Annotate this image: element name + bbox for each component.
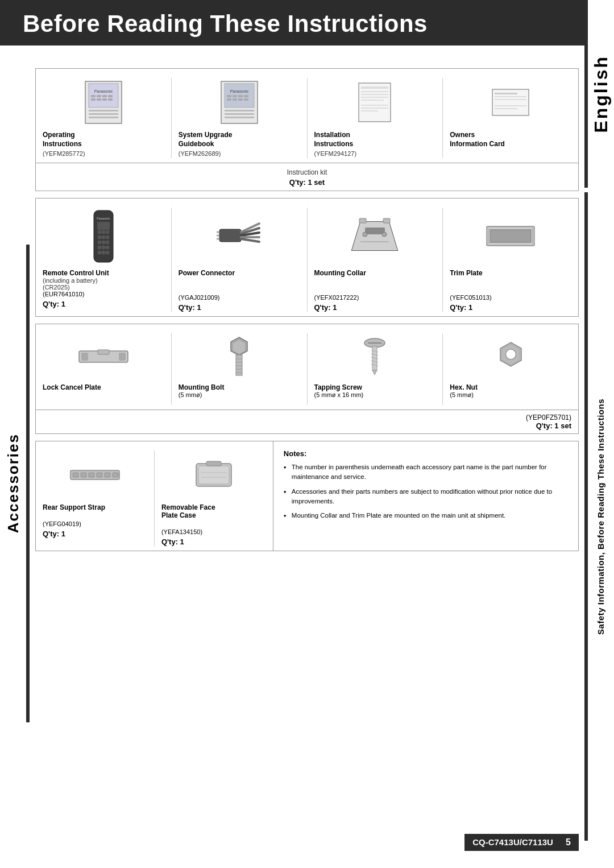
item-system-upgrade: Panasonic System UpgradeGuide [172,78,308,158]
remote-control-name: Remote Control Unit [43,269,164,277]
svg-point-55 [97,245,101,249]
svg-rect-109 [89,473,94,477]
hex-nut-code [450,398,571,405]
mounting-collar-icon [349,216,400,256]
svg-rect-39 [495,96,526,97]
svg-rect-80 [487,229,490,243]
svg-point-48 [105,230,109,234]
svg-rect-5 [102,95,107,97]
svg-rect-4 [97,95,101,97]
remote-control-subname: (including a battery)(CR2025) [43,277,164,291]
svg-rect-24 [244,98,248,101]
lock-cancel-plate-icon [78,342,129,370]
face-plate-case-name: Removable FacePlate Case [161,503,266,519]
svg-rect-107 [73,473,78,477]
svg-point-51 [105,235,109,239]
trim-plate-subname [450,277,571,294]
svg-rect-35 [361,108,388,109]
svg-rect-30 [361,91,388,92]
instruction-kit-row: Panasonic OperatingInstructio [36,69,578,163]
note-item-2: ● Accessories and their parts numbers ar… [284,487,568,507]
svg-rect-84 [119,353,126,361]
svg-rect-45 [97,222,110,230]
svg-rect-21 [227,98,231,101]
svg-rect-115 [206,461,221,466]
item-face-plate-case: Removable FacePlate Case (YEFA134150) Q'… [155,450,273,546]
rear-support-strap-subname [43,511,147,520]
rear-support-strap-name: Rear Support Strap [43,503,147,511]
tapping-screw-subname: (5 mmø x 16 mm) [314,391,436,398]
mounting-collar-subname [314,277,436,294]
power-connector-icon [217,212,262,261]
svg-rect-19 [238,95,243,97]
system-upgrade-icon: Panasonic [219,80,260,125]
svg-rect-31 [361,94,388,95]
hex-nut-name: Hex. Nut [450,383,571,391]
english-label-panel: English [584,0,614,188]
notes-section: Notes: ● The number in parenthesis under… [273,441,578,551]
svg-point-77 [382,232,387,237]
item-operating-instructions: Panasonic OperatingInstructio [36,78,172,158]
accessories-row2-box: Lock Cancel Plate [35,324,579,434]
svg-rect-114 [198,466,229,484]
remote-control-icon: Panasonic [89,209,118,263]
installation-instructions-code: (YEFM294127) [314,150,436,157]
bottom-section: Rear Support Strap (YEFG04019) Q'ty: 1 [35,441,579,551]
svg-rect-13 [89,117,118,118]
svg-rect-22 [233,98,237,101]
item-power-connector: Power Connector (YGAJ021009) Q'ty: 1 [172,208,308,312]
item-tapping-screw: Tapping Screw (5 mmø x 16 mm) [308,333,443,405]
svg-point-58 [97,250,101,254]
svg-rect-81 [531,229,534,243]
notes-title: Notes: [284,449,568,458]
mounting-collar-code: (YEFX0217222) [314,294,436,301]
item-rear-support-strap: Rear Support Strap (YEFG04019) Q'ty: 1 [36,450,155,546]
svg-point-59 [101,250,105,254]
face-plate-case-subname [161,519,266,528]
svg-rect-110 [97,473,102,477]
item-image-tapping-screw [314,333,436,379]
row2-part-code: (YEP0FZ5701) [526,414,571,421]
item-image-system-upgrade: Panasonic [179,78,300,126]
face-plate-case-qty: Q'ty: 1 [161,538,266,546]
item-image-trim-plate [450,208,571,264]
svg-rect-61 [219,229,241,242]
item-image-lock-cancel [43,333,164,379]
header-bar: Before Reading These Instructions [0,0,614,46]
svg-rect-73 [383,218,390,223]
mounting-bolt-icon [223,335,255,378]
tapping-screw-code [314,398,436,405]
safety-label: Safety Information, Before Reading These… [596,399,606,635]
svg-rect-26 [225,113,254,115]
power-connector-subname [179,277,300,294]
svg-point-76 [363,232,367,237]
mounting-collar-name: Mounting Collar [314,269,436,277]
model-badge: CQ-C7413U/C7113U 5 [464,834,579,851]
svg-point-104 [505,349,516,359]
tapping-screw-name: Tapping Screw [314,383,436,391]
item-lock-cancel-plate: Lock Cancel Plate [36,333,172,405]
english-label: English [591,55,612,133]
accessories-label: Accessories [5,433,22,533]
svg-rect-74 [365,228,385,234]
svg-rect-32 [361,97,388,98]
svg-rect-23 [238,98,243,101]
svg-rect-12 [89,113,118,115]
power-connector-name: Power Connector [179,269,300,277]
svg-rect-111 [105,473,110,477]
item-image-owners-card [450,78,571,126]
installation-instructions-name: InstallationInstructions [314,131,436,148]
item-image-remote: Panasonic [43,208,164,264]
power-connector-qty: Q'ty: 1 [179,303,300,312]
item-hex-nut: Hex. Nut (5 mmø) [443,333,578,405]
svg-text:Panasonic: Panasonic [230,89,248,93]
svg-point-57 [105,245,109,249]
svg-text:Panasonic: Panasonic [94,89,113,93]
svg-point-56 [101,245,105,249]
svg-rect-11 [89,110,118,111]
instruction-kit-footer: Instruction kit Q'ty: 1 set [36,163,578,191]
item-image-power-connector [179,208,300,264]
item-image-face-plate-case [161,450,266,499]
mounting-bolt-subname: (5 mmø) [179,391,300,398]
power-connector-code: (YGAJ021009) [179,294,300,301]
